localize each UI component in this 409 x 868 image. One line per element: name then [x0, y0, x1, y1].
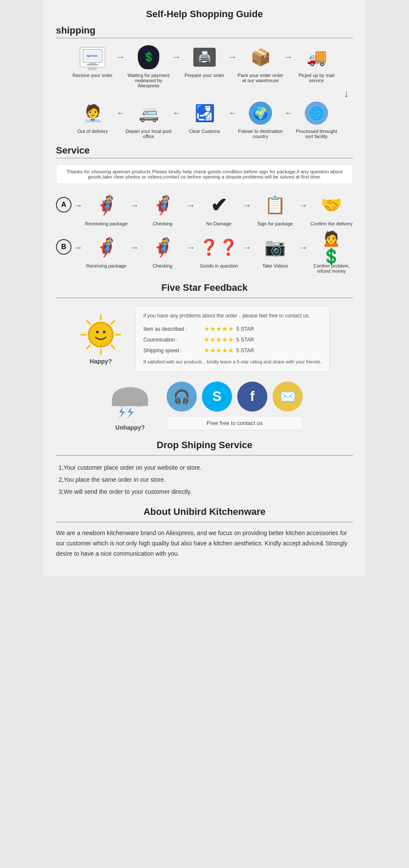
arrow-8: ← [284, 108, 293, 118]
happy-sun: Happy? [79, 313, 122, 365]
receive-order-icon: apeman [77, 44, 108, 70]
step-waiting-payment-label: Waiting for payment realeased by Aliexpr… [125, 73, 172, 88]
step-a-sign: 📋 Sign for package [254, 191, 297, 226]
unhappy-cloud: Unhappy? [106, 380, 154, 431]
down-arrow: ↓ [56, 88, 353, 99]
svg-point-15 [103, 331, 105, 333]
service-row-a: A → 🦸 Receiveing package → 🦸 Checking → … [56, 191, 353, 226]
step-clear-customs: 🛃 Clear Customs [181, 100, 228, 134]
arrow-3: → [228, 52, 237, 62]
skype-icon[interactable]: S [202, 382, 232, 412]
feedback-container: Happy? if you have any problems about th… [56, 306, 353, 372]
about-title: About Unibird Kitchenware [56, 506, 353, 517]
step-prepare-order-label: Prepare your order [185, 73, 224, 78]
step-depart-post-label: Depart your local post office [125, 129, 172, 139]
waiting-payment-icon: 💲 [133, 44, 164, 70]
drop-list: 1,Your customer place order on your webs… [56, 462, 353, 498]
step-a-nodamage-label: No Damage [206, 221, 232, 226]
feedback-card: if you have any problems about the order… [135, 306, 330, 372]
service-header: Service [56, 145, 353, 158]
b-refund-icon: 🙍💲 [316, 233, 347, 261]
happy-label: Happy? [79, 358, 122, 365]
svg-text:apeman: apeman [87, 54, 97, 58]
service-note: Thanks for choosing apeman products.Plea… [56, 164, 353, 184]
clear-customs-icon: 🛃 [189, 100, 220, 126]
arrow-b2: → [186, 243, 195, 252]
rating-label-3: Shipping speed : [143, 348, 204, 354]
step-out-delivery: 🧑‍💼 Out of delivery [69, 100, 116, 134]
facebook-icon[interactable]: f [237, 382, 267, 412]
arrow-6: ← [172, 108, 181, 118]
stars-1: ★★★★★ [204, 325, 234, 333]
drop-shipping-divider [56, 455, 353, 456]
step-pack-warehouse-label: Pack your order order at our warehouse [237, 73, 284, 83]
drop-shipping-title: Drop Shiping Service [56, 440, 353, 451]
arrow-b4: → [299, 243, 308, 252]
arrow-5: ← [116, 108, 125, 118]
step-b-refund: 🙍💲 Confirm problem, refund money [310, 233, 353, 274]
contact-text: Free free to contact us [167, 416, 303, 430]
arrow-a4: → [299, 200, 308, 210]
a-receive-icon: 🦸 [91, 191, 121, 219]
step-a-nodamage: ✔ No Damage [197, 191, 240, 226]
email-icon[interactable]: ✉️ [273, 382, 303, 412]
step-pack-warehouse: 📦 Pack your order order at our warehouse [237, 44, 284, 83]
pack-warehouse-icon: 📦 [245, 44, 276, 70]
step-follow-destination: 🌍 Folown to destination country [237, 100, 284, 139]
cloud-svg [106, 380, 154, 419]
step-follow-destination-label: Folown to destination country [237, 129, 284, 139]
arrow-b0: → [74, 243, 82, 252]
arrow-a3: → [243, 200, 251, 210]
svg-point-14 [96, 331, 99, 333]
svg-line-11 [112, 321, 115, 324]
five-star-title: Five Star Feedback [56, 282, 353, 293]
headphone-icon[interactable]: 🎧 [167, 382, 197, 412]
follow-destination-icon: 🌍 [245, 100, 276, 126]
svg-line-10 [112, 345, 115, 348]
arrow-7: ← [228, 108, 237, 118]
contact-icons-group: 🎧 S f ✉️ Free free to contact us [167, 382, 303, 430]
five-star-divider [56, 298, 353, 298]
out-delivery-icon: 🧑‍💼 [77, 100, 108, 126]
star-count-1: 5 STAR [236, 326, 254, 332]
arrow-4: → [284, 52, 293, 62]
step-b-receive: 🦸 Receiving package [85, 233, 128, 268]
a-sign-icon: 📋 [260, 191, 290, 219]
a-check-icon: 🦸 [148, 191, 178, 219]
step-prepare-order: 🖨️ Prepare your order [181, 44, 228, 78]
svg-line-12 [87, 345, 90, 348]
arrow-a2: → [186, 200, 195, 210]
step-b-check-label: Checking [153, 263, 173, 268]
svg-point-13 [89, 323, 113, 347]
svg-marker-21 [127, 407, 134, 419]
step-a-check: 🦸 Checking [141, 191, 184, 226]
feedback-row-3: Shipping speed : ★★★★★ 5 STAR [143, 346, 322, 354]
step-a-receive-label: Receiveing package [85, 221, 127, 226]
step-b-question-label: Goods in question [200, 263, 238, 268]
feedback-row-2: Coumnication : ★★★★★ 5 STAR [143, 336, 322, 344]
svg-line-9 [87, 321, 90, 324]
depart-post-icon: 🚐 [133, 100, 164, 126]
processed-sort-icon: 🌐 [301, 100, 332, 126]
shipping-row-1: apeman Receive your order → 💲 Waiting fo… [56, 44, 353, 88]
label-a: A [56, 197, 71, 212]
svg-marker-20 [118, 407, 125, 419]
svg-rect-3 [89, 62, 96, 64]
b-receive-icon: 🦸 [91, 233, 121, 261]
arrow-2: → [172, 52, 181, 62]
a-confirm-icon: 🤝 [316, 191, 347, 219]
arrow-b1: → [130, 243, 139, 252]
unhappy-section: Unhappy? 🎧 S f ✉️ Free free to contact u… [56, 380, 353, 431]
step-b-check: 🦸 Checking [141, 233, 184, 268]
about-divider [56, 522, 353, 522]
service-row-b: B → 🦸 Receiving package → 🦸 Checking → ❓… [56, 233, 353, 274]
a-nodamage-icon: ✔ [204, 191, 234, 219]
feedback-footer: If satisfied with our products，kindly le… [143, 359, 322, 365]
arrow-a1: → [130, 200, 139, 210]
sun-svg [79, 313, 122, 356]
stars-3: ★★★★★ [204, 346, 234, 354]
unhappy-label: Unhappy? [106, 424, 154, 431]
main-title: Self-Help Shopping Guide [56, 9, 353, 20]
rating-label-2: Coumnication : [143, 337, 204, 343]
step-receive-order-label: Receive your order [73, 73, 113, 78]
